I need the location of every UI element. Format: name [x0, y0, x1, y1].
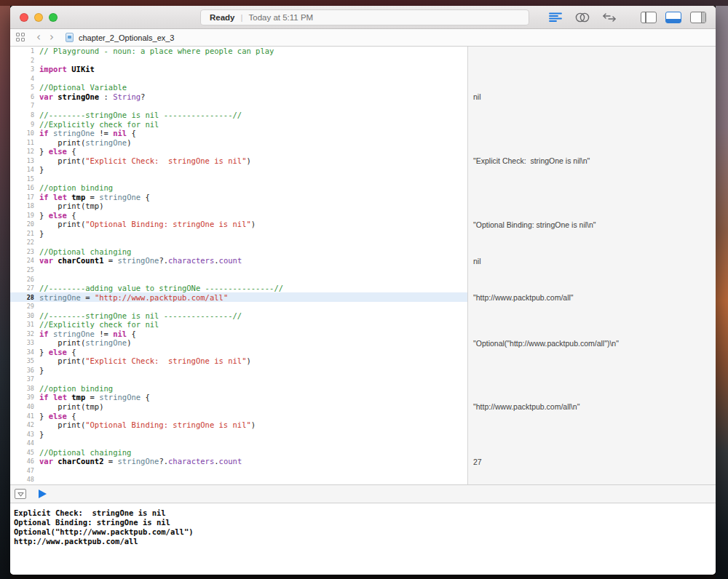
- console-line: Optional Binding: stringOne is nil: [14, 518, 716, 527]
- title-bar[interactable]: Ready | Today at 5:11 PM: [10, 6, 716, 29]
- line-number: 43: [10, 431, 39, 438]
- code-line[interactable]: 28stringOne = "http://www.packtpub.com/a…: [10, 292, 467, 302]
- code-text: if let tmp = stringOne {: [39, 193, 150, 201]
- code-line[interactable]: 2: [10, 56, 467, 65]
- console-toggle-button[interactable]: [15, 489, 26, 499]
- code-line[interactable]: 30//--------stringOne is nil -----------…: [10, 311, 467, 320]
- zoom-button[interactable]: [49, 13, 58, 22]
- debug-area-toggle-icon[interactable]: [665, 10, 682, 25]
- code-line[interactable]: 35 print("Explicit Check: stringOne is n…: [10, 356, 467, 366]
- console-line: Explicit Check: stringOne is nil: [14, 508, 716, 518]
- code-text: }: [39, 430, 44, 439]
- code-text: //--------adding value to stringONe ----…: [39, 284, 283, 292]
- minimize-button[interactable]: [34, 13, 43, 22]
- inspector-toggle-icon[interactable]: [689, 10, 707, 25]
- assistant-editor-icon[interactable]: [574, 10, 591, 25]
- activity-status-box: Ready | Today at 5:11 PM: [200, 9, 529, 25]
- code-line[interactable]: 13 print("Explicit Check: stringOne is n…: [10, 156, 467, 165]
- code-line[interactable]: 37: [10, 375, 467, 384]
- close-button[interactable]: [20, 13, 28, 22]
- forward-chevron-icon[interactable]: ›: [45, 32, 58, 43]
- code-line[interactable]: 17if let tmp = stringOne {: [10, 193, 467, 202]
- code-line[interactable]: 9//Explicitly check for nil: [10, 119, 467, 129]
- console-line: Optional("http://www.packtpub.com/all"): [14, 527, 716, 537]
- code-line[interactable]: 33 print(stringOne): [10, 338, 467, 348]
- line-number: 6: [10, 93, 39, 100]
- code-text: var stringOne : String?: [39, 92, 145, 101]
- code-text: print(stringOne): [39, 138, 131, 147]
- code-line[interactable]: 31//Explicitly check for nil: [10, 320, 467, 330]
- version-editor-icon[interactable]: [601, 10, 618, 25]
- code-text: } else {: [39, 348, 76, 356]
- line-number: 31: [10, 321, 39, 328]
- status-time-label: Today at 5:11 PM: [249, 13, 314, 22]
- line-number: 35: [10, 357, 39, 364]
- code-line[interactable]: 44: [10, 439, 467, 448]
- code-line[interactable]: 6var stringOne : String?: [10, 92, 467, 102]
- navigator-toggle-icon[interactable]: [640, 10, 657, 25]
- code-line[interactable]: 47: [10, 466, 467, 475]
- line-number: 37: [10, 375, 39, 383]
- code-line[interactable]: 15: [10, 174, 467, 183]
- code-text: //--------stringOne is nil -------------…: [39, 311, 242, 320]
- jump-bar-filename[interactable]: chapter_2_Optionals_ex_3: [79, 33, 174, 42]
- code-line[interactable]: 36}: [10, 366, 467, 375]
- code-line[interactable]: 46var charCount2 = stringOne?.characters…: [10, 457, 467, 466]
- code-text: //option binding: [39, 384, 113, 393]
- code-text: //Explicitly check for nil: [39, 120, 159, 129]
- source-editor[interactable]: 1// Playground - noun: a place where peo…: [10, 47, 467, 484]
- code-line[interactable]: 29: [10, 302, 467, 311]
- code-line[interactable]: 41} else {: [10, 411, 467, 420]
- code-line[interactable]: 39if let tmp = stringOne {: [10, 393, 467, 402]
- code-line[interactable]: 14}: [10, 165, 467, 175]
- code-line[interactable]: 26: [10, 274, 467, 284]
- line-number: 12: [10, 148, 39, 155]
- code-line[interactable]: 48: [10, 475, 467, 484]
- console-output[interactable]: Explicit Check: stringOne is nilOptional…: [10, 503, 716, 575]
- back-chevron-icon[interactable]: ‹: [32, 32, 45, 43]
- code-line[interactable]: 1// Playground - noun: a place where peo…: [10, 47, 467, 56]
- code-line[interactable]: 40 print(tmp): [10, 402, 467, 412]
- line-number: 34: [10, 348, 39, 356]
- standard-editor-icon[interactable]: [547, 10, 564, 25]
- code-line[interactable]: 20 print("Optional Binding: stringOne is…: [10, 220, 467, 229]
- code-line[interactable]: 43}: [10, 429, 467, 439]
- code-line[interactable]: 7: [10, 101, 467, 111]
- related-items-grid-icon[interactable]: [16, 33, 25, 42]
- result-item: nil: [473, 92, 713, 102]
- code-line[interactable]: 16//option binding: [10, 183, 467, 193]
- code-text: print(tmp): [39, 201, 104, 210]
- line-number: 22: [10, 239, 39, 246]
- status-divider: |: [241, 13, 243, 22]
- code-line[interactable]: 25: [10, 265, 467, 275]
- code-line[interactable]: 18 print(tmp): [10, 201, 467, 211]
- code-line[interactable]: 23//Optional chainging: [10, 247, 467, 257]
- code-line[interactable]: 42 print("Optional Binding: stringOne is…: [10, 420, 467, 430]
- run-playground-button[interactable]: [39, 490, 47, 498]
- code-line[interactable]: 19} else {: [10, 211, 467, 220]
- line-number: 4: [10, 75, 39, 82]
- code-line[interactable]: 10if stringOne != nil {: [10, 129, 467, 138]
- code-text: print(stringOne): [39, 338, 131, 347]
- code-line[interactable]: 12} else {: [10, 147, 467, 156]
- code-line[interactable]: 24var charCount1 = stringOne?.characters…: [10, 256, 467, 265]
- code-line[interactable]: 4: [10, 74, 467, 84]
- code-line[interactable]: 3import UIKit: [10, 65, 467, 74]
- line-number: 13: [10, 157, 39, 164]
- code-text: if stringOne != nil {: [39, 330, 136, 338]
- code-line[interactable]: 11 print(stringOne): [10, 137, 467, 147]
- code-line[interactable]: 8//--------stringOne is nil ------------…: [10, 111, 467, 120]
- code-line[interactable]: 27//--------adding value to stringONe --…: [10, 284, 467, 293]
- code-line[interactable]: 34} else {: [10, 348, 467, 357]
- code-text: } else {: [39, 412, 76, 420]
- line-number: 19: [10, 212, 39, 219]
- code-text: print("Optional Binding: stringOne is ni…: [39, 220, 256, 228]
- code-line[interactable]: 32if stringOne != nil {: [10, 329, 467, 338]
- desktop-wallpaper-right: [716, 0, 728, 579]
- code-line[interactable]: 21}: [10, 229, 467, 239]
- code-line[interactable]: 5//Optional Variable: [10, 83, 467, 92]
- code-line[interactable]: 45//Optional chainging: [10, 447, 467, 457]
- line-number: 27: [10, 284, 39, 292]
- code-line[interactable]: 38//option binding: [10, 384, 467, 394]
- code-line[interactable]: 22: [10, 238, 467, 247]
